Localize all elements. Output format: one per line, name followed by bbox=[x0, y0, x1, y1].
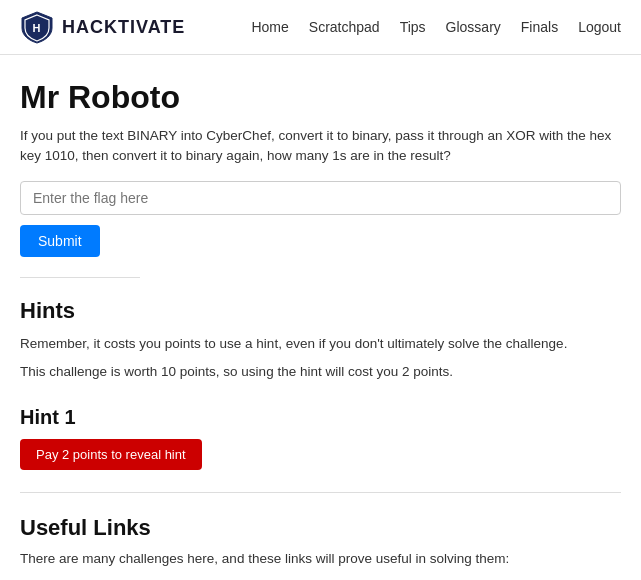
flag-input[interactable] bbox=[20, 181, 621, 215]
logo-icon: H bbox=[20, 10, 54, 44]
hints-title: Hints bbox=[20, 298, 621, 324]
useful-links-title: Useful Links bbox=[20, 515, 621, 541]
svg-text:H: H bbox=[33, 22, 42, 34]
challenge-title: Mr Roboto bbox=[20, 79, 621, 116]
hint-note-1: Remember, it costs you points to use a h… bbox=[20, 334, 621, 354]
divider-2 bbox=[20, 492, 621, 493]
nav-glossary[interactable]: Glossary bbox=[446, 19, 501, 35]
nav-finals[interactable]: Finals bbox=[521, 19, 558, 35]
hint-note-2: This challenge is worth 10 points, so us… bbox=[20, 362, 621, 382]
nav-tips[interactable]: Tips bbox=[400, 19, 426, 35]
logo-text: HACKTIVATE bbox=[62, 17, 185, 38]
nav-links: Home Scratchpad Tips Glossary Finals Log… bbox=[251, 19, 621, 35]
nav-home[interactable]: Home bbox=[251, 19, 288, 35]
nav-scratchpad[interactable]: Scratchpad bbox=[309, 19, 380, 35]
logo: H HACKTIVATE bbox=[20, 10, 251, 44]
challenge-description: If you put the text BINARY into CyberChe… bbox=[20, 126, 621, 167]
useful-links-description: There are many challenges here, and thes… bbox=[20, 551, 621, 566]
navbar: H HACKTIVATE Home Scratchpad Tips Glossa… bbox=[0, 0, 641, 55]
submit-button[interactable]: Submit bbox=[20, 225, 100, 257]
main-content: Mr Roboto If you put the text BINARY int… bbox=[0, 55, 641, 580]
nav-logout[interactable]: Logout bbox=[578, 19, 621, 35]
divider-1 bbox=[20, 277, 140, 278]
hint1-title: Hint 1 bbox=[20, 406, 621, 429]
reveal-hint-button[interactable]: Pay 2 points to reveal hint bbox=[20, 439, 202, 470]
